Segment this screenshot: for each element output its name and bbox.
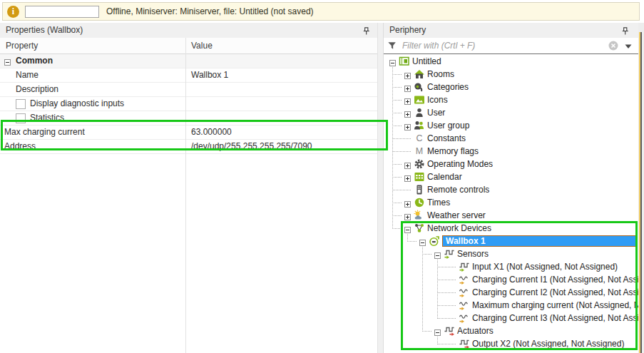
tree-item-label: Times [427, 197, 450, 208]
expander-plus-icon[interactable] [404, 200, 411, 206]
status-search-input[interactable] [25, 6, 99, 18]
tree-item-weather-server[interactable]: Weather server [384, 209, 638, 222]
digital-actuator-icon [444, 325, 455, 337]
property-value[interactable]: /dev/udp/255.255.255.255/7090 [191, 140, 312, 153]
tree-item-label: Charging Current I3 (Not Assigned, Not A… [472, 312, 638, 324]
filter-clear-icon[interactable] [608, 41, 618, 51]
expander-minus-icon[interactable] [404, 225, 411, 232]
filter-bar [384, 38, 638, 54]
checkbox-display-diagnostic-inputs[interactable] [16, 99, 26, 109]
network-icon [414, 222, 425, 234]
expander-minus-icon[interactable] [389, 58, 396, 65]
tree-item-label: Input X1 (Not Assigned, Not Assigned) [472, 261, 618, 272]
tree-item-label: Icons [427, 94, 448, 106]
tree-item-network-devices[interactable]: Network Devices [384, 222, 638, 235]
tree-item-label: Operating Modes [427, 158, 493, 170]
digital-sensor-icon [459, 261, 470, 272]
adjacent-window-edge [638, 23, 644, 353]
wallbox-icon [429, 235, 440, 247]
gear-icon [414, 158, 425, 170]
column-property: Property [6, 38, 38, 53]
properties-panel-title: Properties (Wallbox) [0, 23, 378, 38]
column-value: Value [191, 38, 213, 53]
expander-minus-icon[interactable] [434, 251, 441, 257]
tree-item-label: Maximum charging current (Not Assigned, … [472, 300, 638, 311]
calendar-icon [414, 171, 425, 183]
tree-item-label: Charging Current I1 (Not Assigned, Not A… [472, 274, 638, 285]
tree-item-user-group[interactable]: User group [384, 119, 638, 132]
tree-item-label: User [427, 107, 445, 118]
property-row-common: Common [0, 54, 378, 68]
tree-item-label: Calendar [427, 171, 462, 183]
svg-text:C: C [416, 133, 422, 143]
expander-plus-icon[interactable] [404, 71, 411, 78]
tree-item-label: Constants [427, 133, 466, 144]
tree-item-categories[interactable]: Categories [384, 81, 638, 93]
property-value[interactable]: Wallbox 1 [191, 68, 228, 81]
pin-icon[interactable] [362, 26, 371, 35]
tree-item-label: User group [427, 120, 469, 131]
property-group-label: Common [16, 54, 53, 67]
tree-item-remote-controls[interactable]: Remote controls [384, 183, 638, 196]
weather-icon [414, 210, 425, 221]
expander-plus-icon[interactable] [404, 84, 411, 91]
expander-plus-icon[interactable] [404, 213, 411, 219]
property-row-display-diagnostic-inputs: Display diagnostic inputs [0, 97, 378, 111]
tree-item-untitled[interactable]: Untitled [384, 55, 638, 68]
property-label: Address [4, 140, 36, 153]
digital-sensor-icon [444, 248, 455, 260]
property-value[interactable]: 63.000000 [191, 126, 232, 138]
property-label: Description [16, 83, 58, 96]
panel-splitter[interactable] [378, 23, 383, 353]
tree-item-output-x2-not-assigned-not-assig[interactable]: Output X2 (Not Assigned, Not Assigned) [384, 337, 638, 350]
property-row-statistics: Statistics [0, 111, 378, 126]
info-icon: i [7, 6, 19, 18]
tree-item-operating-modes[interactable]: Operating Modes [384, 158, 638, 170]
analog-sensor-icon [459, 274, 470, 285]
property-label: Display diagnostic inputs [30, 97, 124, 110]
tree-item-memory-flags[interactable]: MMemory flags [384, 145, 638, 158]
user-icon [414, 107, 425, 118]
property-row-max-charging-current: Max charging current63.000000 [0, 126, 378, 140]
svg-text:M: M [416, 146, 423, 156]
filter-input[interactable] [401, 39, 610, 53]
property-label: Max charging current [4, 126, 85, 138]
image-icon [414, 94, 425, 106]
column-divider[interactable] [185, 38, 186, 353]
expander-plus-icon[interactable] [404, 97, 411, 103]
tree-item-label: Untitled [412, 56, 441, 67]
tree-item-rooms[interactable]: Rooms [384, 68, 638, 81]
checkbox-statistics[interactable] [16, 113, 26, 123]
analog-sensor-icon [459, 312, 470, 324]
expander-plus-icon[interactable] [404, 161, 411, 168]
tree-item-label: Rooms [427, 68, 454, 80]
expander-plus-icon[interactable] [404, 174, 411, 180]
property-table-header: Property Value [0, 38, 378, 54]
expander-plus-icon[interactable] [404, 110, 411, 116]
periphery-tree: UntitledRoomsCategoriesIconsUserUser gro… [384, 54, 638, 353]
analog-sensor-icon [459, 300, 470, 311]
expander-minus-icon[interactable] [434, 328, 441, 334]
letter-m-icon: M [414, 145, 425, 157]
filter-funnel-icon [387, 41, 397, 51]
tree-item-icons[interactable]: Icons [384, 93, 638, 106]
tree-item-user[interactable]: User [384, 106, 638, 119]
expander-plus-icon[interactable] [404, 123, 411, 129]
tree-item-constants[interactable]: CConstants [384, 132, 638, 145]
house-icon [414, 68, 425, 80]
pin-icon[interactable] [620, 26, 630, 35]
properties-panel: Properties (Wallbox) Property Value Comm… [0, 23, 378, 353]
analog-sensor-icon [459, 287, 470, 298]
remote-control-icon [414, 184, 425, 195]
filter-dropdown-icon[interactable] [624, 42, 633, 49]
tree-item-label: Wallbox 1 [442, 235, 638, 247]
tree-item-calendar[interactable]: Calendar [384, 170, 638, 183]
expander-minus-icon[interactable] [419, 238, 426, 245]
properties-panel-title-text: Properties (Wallbox) [6, 25, 83, 35]
letter-c-icon: C [414, 133, 425, 144]
tree-item-times[interactable]: Times [384, 196, 638, 209]
tree-item-wallbox-1[interactable]: Wallbox 1 [384, 235, 638, 247]
property-row-name: NameWallbox 1 [0, 68, 378, 83]
property-label: Statistics [30, 111, 64, 124]
expander-minus-icon[interactable] [4, 58, 11, 64]
